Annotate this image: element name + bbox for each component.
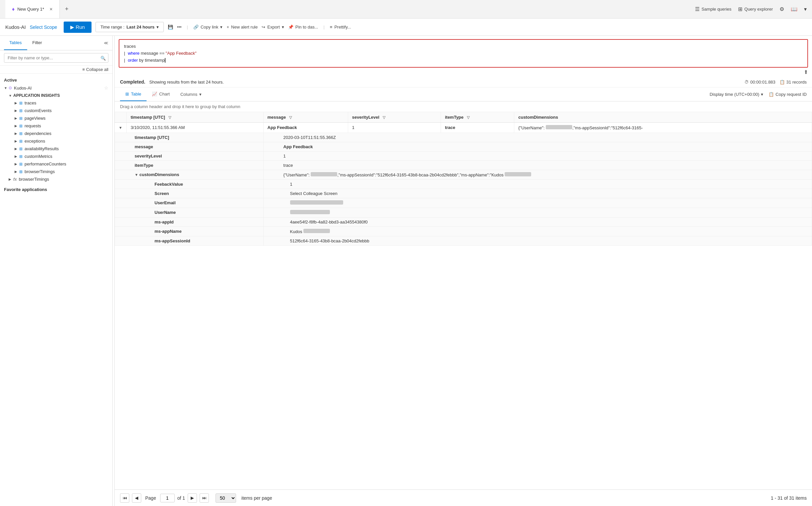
- query-explorer-button[interactable]: ⊞ Query explorer: [738, 6, 773, 12]
- book-button[interactable]: 📖: [791, 6, 797, 12]
- tree-item-browserTimings[interactable]: ▶ ⊞ browserTimings: [0, 168, 112, 175]
- sub-value-cell: 1: [263, 180, 812, 189]
- tree-arrow-icon: ▶: [15, 155, 19, 158]
- tree-item-app-insights[interactable]: ▼ APPLICATION INSIGHTS: [0, 92, 112, 99]
- tab-table[interactable]: ⊞ Table: [120, 88, 147, 101]
- search-input[interactable]: [4, 53, 108, 63]
- copy-link-button[interactable]: 🔗 Copy link ▾: [193, 24, 222, 29]
- sample-queries-button[interactable]: ☰ Sample queries: [695, 6, 731, 12]
- prev-page-button[interactable]: ◀: [132, 493, 141, 503]
- run-button[interactable]: ▶ Run: [64, 21, 92, 33]
- chevron-down-icon: ▾: [804, 6, 807, 12]
- query-line-2: | where message == "App Feedback": [124, 50, 803, 57]
- th-message: message ▽: [263, 112, 348, 123]
- editor-collapse-button[interactable]: ⬆: [804, 69, 808, 75]
- tree-arrow-icon: ▶: [15, 139, 19, 143]
- columns-button[interactable]: Columns ▾: [176, 88, 205, 101]
- tab-filter-label: Filter: [32, 40, 42, 45]
- tree-item-availabilityResults[interactable]: ▶ ⊞ availabilityResults: [0, 145, 112, 153]
- detail-label: ms-appName: [155, 229, 182, 234]
- new-alert-button[interactable]: + New alert rule: [227, 24, 258, 29]
- sidebar-collapse-icon[interactable]: ≪: [104, 40, 108, 46]
- detail-row-msAppId: ms-appId 4aee54f2-f8fb-4a82-bbd3-aa34554…: [115, 218, 812, 227]
- tab-label: New Query 1*: [17, 7, 44, 12]
- more-button[interactable]: •••: [177, 24, 182, 29]
- star-icon[interactable]: ☆: [104, 85, 108, 90]
- page-number-input[interactable]: [160, 494, 175, 502]
- cell-severityLevel: 1: [348, 123, 441, 133]
- tree-item-exceptions[interactable]: ▶ ⊞ exceptions: [0, 137, 112, 145]
- results-table: timestamp [UTC] ▽ message ▽ severityLeve…: [115, 112, 812, 246]
- last-page-button[interactable]: ⏭: [200, 493, 209, 503]
- tab-close-icon[interactable]: ✕: [50, 7, 53, 12]
- tree-item-customEvents[interactable]: ▶ ⊞ customEvents: [0, 107, 112, 114]
- filter-severity-icon[interactable]: ▽: [383, 115, 385, 119]
- save-button[interactable]: 💾: [168, 24, 173, 29]
- tree-item-performanceCounters[interactable]: ▶ ⊞ performanceCounters: [0, 160, 112, 168]
- tree-label: customMetrics: [24, 154, 53, 159]
- tree-arrow-icon: ▶: [15, 162, 19, 166]
- filter-itemType-icon[interactable]: ▽: [467, 115, 469, 119]
- tab-chart[interactable]: 📈 Chart: [147, 88, 175, 101]
- detail-label: FeebackValue: [155, 182, 183, 187]
- time-range-button[interactable]: Time range : Last 24 hours ▾: [95, 22, 164, 32]
- appname-blurred: [505, 172, 531, 176]
- detail-label: UserName: [155, 210, 176, 215]
- detail-row-severityLevel: severityLevel 1: [115, 152, 812, 161]
- detail-value-cell: 2020-03-10T11:51:55.366Z: [263, 133, 812, 142]
- table-tab-icon: ⊞: [125, 91, 129, 96]
- new-tab-button[interactable]: +: [60, 0, 74, 18]
- display-time-button[interactable]: Display time (UTC+00:00) ▾: [710, 92, 763, 97]
- chevron-button[interactable]: ▾: [804, 6, 807, 12]
- search-wrapper: 🔍: [4, 53, 108, 63]
- time-range-chevron-icon: ▾: [157, 24, 159, 29]
- pagination-count: 1 - 31 of 31 items: [771, 495, 807, 501]
- table-icon: ⊞: [19, 154, 22, 159]
- cell-customDimensions: {"UserName": ,"ms-appSessionId":"512f6c6…: [514, 123, 812, 133]
- tab-icon: ♦: [12, 6, 15, 12]
- sub-value-cell: 512f6c64-3165-43b8-bcaa-2b04cd2febbb: [263, 236, 812, 246]
- clock-icon: ⏱: [744, 80, 749, 85]
- tree-item-kudos-ai[interactable]: ▼ ⊙ Kudos-AI ☆: [0, 84, 112, 92]
- tree-item-requests[interactable]: ▶ ⊞ requests: [0, 122, 112, 130]
- tree-item-dependencies[interactable]: ▶ ⊞ dependencies: [0, 130, 112, 137]
- tree-item-customMetrics[interactable]: ▶ ⊞ customMetrics: [0, 153, 112, 160]
- tab-tables[interactable]: Tables: [4, 36, 27, 50]
- detail-value: 1: [290, 182, 292, 187]
- detail-row-userEmail: UserEmail: [115, 198, 812, 208]
- customDimensions-expand-icon[interactable]: ▼: [134, 173, 138, 177]
- collapse-all-button[interactable]: ≡ Collapse all: [82, 67, 108, 72]
- tree-item-functions[interactable]: ▶ fx browserTimings: [0, 175, 112, 183]
- tree-item-traces[interactable]: ▶ ⊞ traces: [0, 99, 112, 107]
- sub-label-cell: UserName: [115, 208, 263, 218]
- severityLevel-value: 1: [352, 125, 354, 130]
- tab-filter[interactable]: Filter: [27, 36, 48, 50]
- query-editor[interactable]: traces | where message == "App Feedback"…: [119, 39, 808, 68]
- filter-timestamp-icon[interactable]: ▽: [168, 115, 171, 119]
- query-tab[interactable]: ♦ New Query 1* ✕: [5, 0, 60, 18]
- time-range-value: Last 24 hours: [126, 24, 155, 29]
- book-icon: 📖: [791, 6, 797, 12]
- customDimensions-value: {"UserName":: [283, 172, 311, 177]
- next-page-button[interactable]: ▶: [188, 493, 197, 503]
- prettify-button[interactable]: ≡ Prettify...: [330, 24, 351, 29]
- per-page-select[interactable]: 50 100 200: [215, 493, 236, 503]
- favorite-applications-section: Favorite applications: [0, 184, 112, 195]
- row-expand-cell[interactable]: ▼: [115, 123, 126, 133]
- select-scope-button[interactable]: Select Scope: [30, 24, 57, 30]
- filter-message-icon[interactable]: ▽: [289, 115, 292, 119]
- first-page-button[interactable]: ⏮: [120, 493, 129, 503]
- customDimensions-preview: {"UserName":: [518, 125, 546, 130]
- detail-label: timestamp [UTC]: [134, 135, 169, 140]
- export-button[interactable]: ↪ Export ▾: [262, 24, 284, 29]
- settings-button[interactable]: ⚙: [780, 6, 784, 12]
- pin-button[interactable]: 📌 Pin to das...: [288, 24, 318, 29]
- copy-request-id-button[interactable]: 📋 Copy request ID: [769, 92, 807, 97]
- detail-row-timestamp: timestamp [UTC] 2020-03-10T11:51:55.366Z: [115, 133, 812, 142]
- tab-tables-label: Tables: [9, 40, 22, 45]
- query-order-by: by timestamp: [138, 57, 165, 64]
- table-icon: ⊞: [19, 101, 22, 105]
- tree-label: availabilityResults: [24, 146, 59, 151]
- row-expand-icon[interactable]: ▼: [119, 126, 122, 130]
- tree-item-pageViews[interactable]: ▶ ⊞ pageViews: [0, 114, 112, 122]
